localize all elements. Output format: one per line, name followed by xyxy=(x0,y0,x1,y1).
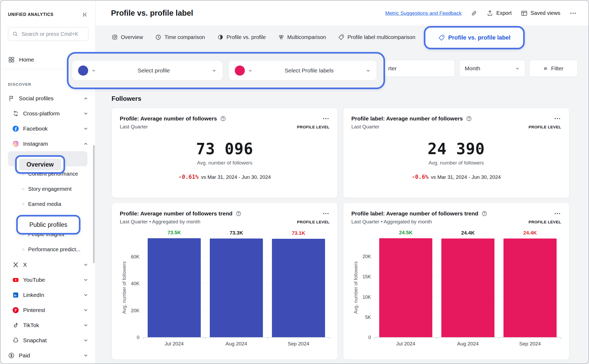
chart-plot-area: 73.5K73.3K73.1K xyxy=(143,237,330,338)
export-button[interactable]: Export xyxy=(486,10,512,17)
annotation-active-tab[interactable]: Profile vs. profile label xyxy=(424,26,525,49)
clock-icon xyxy=(155,34,161,40)
tab-overview[interactable]: Overview xyxy=(112,34,143,40)
instagram-mono-icon xyxy=(112,34,118,40)
sidebar-item-linkedin[interactable]: inLinkedIn xyxy=(8,287,88,302)
sidebar-item-snapchat[interactable]: Snapchat xyxy=(8,333,88,348)
svg-text:P: P xyxy=(15,308,17,312)
tag-icon xyxy=(338,34,344,40)
sidebar-item-x[interactable]: X xyxy=(8,257,88,272)
sidebar-item-story-engagement[interactable]: Story engagement xyxy=(8,181,87,197)
chevron-up-icon xyxy=(83,141,88,146)
date-range-select[interactable]: rter xyxy=(385,60,455,77)
sidebar-item-earned-media[interactable]: Earned media xyxy=(8,197,87,212)
profile-labels-select[interactable]: Select Profile labels xyxy=(229,61,377,80)
card-period: Last Quarter • Aggregated by month xyxy=(120,219,200,225)
header-more-button[interactable] xyxy=(569,10,577,17)
bar-value-label: 24.4K xyxy=(523,230,537,236)
tab-profile-label-multicomparison[interactable]: Profile label multicomparison xyxy=(338,34,415,40)
kpi-delta: -0.61% xyxy=(178,174,199,180)
annotation-overview-item[interactable]: Overview xyxy=(15,155,65,174)
kpi-card-row: Profile: Average number of followersLast… xyxy=(112,108,569,198)
sidebar-item-cross-platform[interactable]: Cross-platform xyxy=(8,106,88,121)
copy-link-icon[interactable] xyxy=(471,10,477,17)
card-menu-button[interactable] xyxy=(322,115,330,122)
sidebar-item-pinterest[interactable]: PPinterest xyxy=(8,302,88,318)
annotation-profile-selectors: Select profile Select Profile labels xyxy=(67,52,385,89)
profile-level-badge: PROFILE LEVEL xyxy=(528,220,561,224)
linkedin-icon: in xyxy=(12,292,19,298)
profile-select[interactable]: Select profile xyxy=(72,61,223,80)
pinterest-icon: P xyxy=(12,307,19,314)
tab-multicomparison[interactable]: Multicomparison xyxy=(278,34,326,40)
kpi-value: 24 390 xyxy=(351,140,561,158)
chevron-down-icon xyxy=(515,66,520,71)
sidebar-item-tiktok[interactable]: TikTok xyxy=(8,318,88,333)
card-menu-button[interactable] xyxy=(554,115,561,122)
y-tick-label: 10K xyxy=(362,294,371,300)
facebook-icon xyxy=(12,125,19,132)
sidebar-item-performance-predict[interactable]: Performance predict... xyxy=(8,242,87,257)
chevron-down-icon xyxy=(366,68,371,73)
chevron-down-icon xyxy=(83,111,88,116)
card-period: Last Quarter xyxy=(120,124,148,130)
saved-views-button[interactable]: Saved views xyxy=(521,10,560,17)
chevron-down-icon xyxy=(83,353,88,358)
bar-value-label: 24.4K xyxy=(461,230,475,236)
export-label: Export xyxy=(496,10,512,16)
chart-card-row: Profile: Average number of followers tre… xyxy=(112,203,569,360)
annotation-public-profiles-item[interactable]: Public profiles xyxy=(16,215,80,235)
help-icon[interactable] xyxy=(235,210,242,217)
header-actions: Metric Suggestions and Feedback Export S… xyxy=(385,10,577,17)
search-input[interactable] xyxy=(22,31,84,37)
chevron-down-icon xyxy=(83,292,88,298)
bar xyxy=(503,239,557,337)
multi-circles-icon xyxy=(278,34,284,40)
sidebar-scrollbar[interactable] xyxy=(93,145,95,263)
y-tick-label: 20K xyxy=(362,254,371,259)
home-label: Home xyxy=(19,57,34,63)
tab-time-comparison[interactable]: Time comparison xyxy=(155,34,205,40)
chevron-down-icon[interactable] xyxy=(248,68,253,73)
chart-card: Profile label: Average number of followe… xyxy=(343,203,569,360)
label-color-swatch xyxy=(235,66,245,76)
y-tick-label: 20K xyxy=(131,308,139,314)
sidebar-item-paid[interactable]: Paid xyxy=(8,348,88,363)
metric-suggestions-link[interactable]: Metric Suggestions and Feedback xyxy=(385,10,462,16)
x-tick-label: Sep 2024 xyxy=(267,341,330,347)
help-icon[interactable] xyxy=(220,115,226,122)
card-menu-button[interactable] xyxy=(554,210,561,217)
y-tick-label: 0 xyxy=(137,335,139,340)
sidebar-item-instagram[interactable]: Instagram xyxy=(8,136,88,151)
sidebar-item-social-profiles[interactable]: Social profiles xyxy=(8,91,88,106)
chevron-down-icon xyxy=(83,277,88,283)
profile-labels-select-label: Select Profile labels xyxy=(253,67,366,74)
filter-button[interactable]: Filter xyxy=(529,60,578,77)
collapse-sidebar-button[interactable] xyxy=(82,11,88,18)
help-icon[interactable] xyxy=(466,115,472,122)
y-tick-label: 60K xyxy=(131,254,139,260)
chevron-down-icon[interactable] xyxy=(91,68,96,73)
bar xyxy=(272,239,325,337)
chevron-down-icon xyxy=(83,338,88,343)
kpi-value-label: Avg. number of followers xyxy=(120,160,330,166)
kpi-delta: -0.6% xyxy=(412,174,428,180)
search-box[interactable] xyxy=(8,27,88,41)
y-tick-label: 15K xyxy=(362,274,371,280)
chevron-up-icon xyxy=(83,96,88,101)
help-icon[interactable] xyxy=(481,210,488,217)
y-axis-label: Avg. number of followers xyxy=(122,261,127,314)
home-grid-icon xyxy=(8,56,15,63)
tab-profile-vs-profile[interactable]: Profile vs. profile xyxy=(217,34,266,40)
sidebar-item-youtube[interactable]: YouTube xyxy=(8,272,88,287)
bar xyxy=(148,238,201,337)
kpi-compare-period: vs Mar 31, 2024 - Jun 30, 2024 xyxy=(201,174,271,180)
granularity-select[interactable]: Month xyxy=(459,60,525,77)
card-menu-button[interactable] xyxy=(322,210,330,217)
granularity-label: Month xyxy=(465,65,480,72)
chevron-down-icon xyxy=(83,323,88,328)
bullet-icon xyxy=(22,249,24,250)
kpi-card: Profile label: Average number of followe… xyxy=(343,108,569,198)
sidebar-item-facebook[interactable]: Facebook xyxy=(8,121,88,136)
y-tick-label: 0 xyxy=(368,335,371,340)
